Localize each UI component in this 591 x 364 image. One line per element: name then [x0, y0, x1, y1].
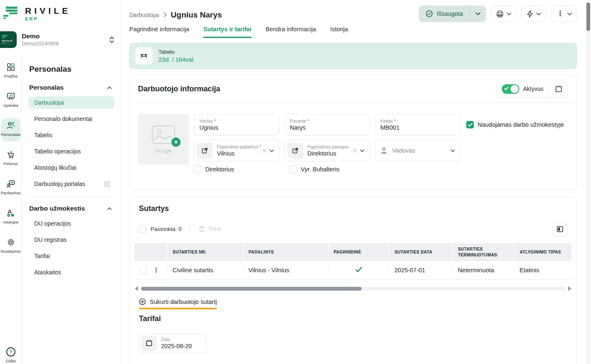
sidebar-item-tarifai[interactable]: Tarifai — [28, 250, 114, 262]
sidebar-item-ataskaitos[interactable]: Ataskaitos — [28, 266, 114, 279]
clear-icon[interactable] — [352, 148, 357, 153]
breadcrumb-parent[interactable]: Darbuotojai — [129, 12, 159, 18]
column-header-pagrindine[interactable]: PAGRINDINĖ — [328, 243, 389, 261]
lightning-icon — [526, 10, 533, 18]
table-row[interactable]: ⋮ Civilinė sutartis Vilnius - Vilnius 20… — [135, 261, 571, 280]
employee-card-title: Darbuotojo informacija — [138, 85, 220, 93]
tab-bendra-informacija[interactable]: Bendra informacija — [266, 26, 316, 38]
column-header-atlyginimo-tipas[interactable]: ATLYGINIMO TIPAS — [514, 243, 571, 261]
tariff-date-field[interactable]: Data 2025-08-20 — [139, 333, 206, 353]
employee-info-card: Darbuotojo informacija Aktyvus — [129, 75, 577, 190]
vyr-buhalteris-checkbox[interactable]: Vyr. Buhalteris — [289, 166, 340, 173]
active-toggle[interactable]: Aktyvus — [496, 84, 549, 94]
chevron-down-icon[interactable] — [360, 149, 365, 152]
sidebar-item-personalo-dokumentai[interactable]: Personalo dokumentai — [28, 113, 114, 125]
chevron-updown-icon[interactable] — [109, 36, 114, 43]
kodas-field[interactable]: Kodas * MB001 — [375, 114, 460, 136]
tab-istorija[interactable]: Istorija — [330, 26, 348, 38]
save-dropdown-button[interactable] — [470, 12, 486, 15]
menu-section-personalas[interactable]: Personalas — [28, 84, 114, 91]
tab-pagrindine-informacija[interactable]: Pagrindinė informacija — [129, 26, 189, 38]
horizontal-scrollbar[interactable] — [135, 286, 571, 291]
add-photo-button[interactable]: + — [171, 138, 181, 147]
cell-pagrindine — [328, 261, 389, 280]
scrollbar-thumb[interactable] — [586, 3, 590, 31]
contracts-toolbar: Pasirinkta: 0 Trinti — [130, 221, 576, 236]
rail-item-pradzia[interactable]: Pradžia — [0, 60, 22, 83]
checkbox-icon — [194, 166, 201, 173]
cell-sutarties-nr[interactable]: Civilinė sutartis — [167, 261, 243, 280]
column-header-padalinys[interactable]: PADALINYS — [243, 243, 328, 261]
vadovas-select[interactable]: Vadovas — [375, 140, 460, 161]
check-circle-icon — [425, 10, 433, 18]
contracts-card: Sutartys Pasirinkta: 0 Trinti — [129, 197, 577, 364]
rail-item-pardavimai[interactable]: Pardavimai — [0, 176, 22, 200]
padalinys-field[interactable]: Pagrindinis padalinys * Vilnius — [194, 140, 279, 161]
sidebar-item-tabelio-operacijos[interactable]: Tabelio operacijos — [28, 145, 114, 158]
cart-icon — [6, 150, 15, 159]
clear-icon[interactable] — [262, 148, 267, 153]
row-kebab-icon[interactable]: ⋮ — [153, 266, 159, 274]
employee-photo-placeholder[interactable]: Image + — [138, 114, 189, 165]
rail-item-gidas[interactable]: ? Gidas — [0, 346, 22, 363]
menu-section-darbo-uzmokestis[interactable]: Darbo užmokestis — [28, 205, 114, 212]
create-contract-button[interactable]: Sukurti darbuotojo sutartį — [139, 298, 217, 305]
column-header-sutarties-nr[interactable]: SUTARTIES NR. — [167, 243, 243, 261]
cell-terminuotumas: Neterminuota — [453, 261, 514, 280]
delete-button[interactable]: Trinti — [199, 226, 221, 233]
actions-button[interactable] — [521, 5, 546, 22]
brand-sub: ERP — [25, 16, 71, 21]
tabelis-banner[interactable]: Tabelis 23d. / 184val. — [129, 43, 577, 69]
pavarde-field[interactable]: Pavardė * Narys — [284, 114, 370, 136]
workspace-selector[interactable]: RIVILE ERP core Demo Demo20240906 — [0, 24, 120, 54]
calendar-button[interactable] — [549, 85, 568, 93]
external-link-icon[interactable] — [287, 143, 303, 158]
shapes-icon — [6, 208, 15, 218]
active-control-group: Aktyvus — [496, 80, 568, 98]
plus-circle-icon — [139, 298, 146, 305]
sidebar-item-du-operacijos[interactable]: DU operacijos — [28, 217, 114, 230]
table-icon — [135, 47, 153, 65]
rail-item-personalas[interactable]: Personalas — [0, 118, 22, 141]
chevron-down-icon[interactable] — [269, 149, 274, 152]
scroll-left-icon[interactable] — [135, 286, 138, 291]
sidebar: RIVILE ERP RIVILE ERP core Demo Demo2024… — [0, 0, 121, 364]
menu-title: Personalas — [29, 65, 114, 74]
vertical-scrollbar[interactable] — [586, 0, 590, 364]
sidebar-item-atostogu-likuciai[interactable]: Atostogų likučiai — [28, 161, 114, 174]
column-header-sutarties-data[interactable]: SUTARTIES DATA — [389, 243, 453, 261]
vardas-value: Ugnius — [199, 124, 274, 131]
sidebar-item-du-registras[interactable]: DU registras — [28, 233, 114, 246]
pareigos-field[interactable]: Pagrindinės pareigos Direktorius — [284, 140, 370, 161]
scrollbar-thumb[interactable] — [141, 287, 362, 291]
column-settings-button[interactable] — [552, 221, 567, 236]
calendar-icon[interactable] — [141, 336, 157, 351]
print-button[interactable] — [491, 5, 516, 22]
rail-item-nustatymai[interactable]: Nustatymai — [0, 235, 22, 258]
dashboard-icon — [6, 63, 15, 72]
cell-atlyginimo-tipas: Etatinis — [514, 261, 571, 280]
rail-item-atsargos[interactable]: Atsargos — [0, 206, 22, 229]
sidebar-item-darbuotojai[interactable]: Darbuotojai — [28, 96, 114, 109]
rail-item-apskaita[interactable]: Apskaita — [0, 89, 22, 112]
external-link-icon[interactable] — [197, 143, 213, 158]
tab-sutartys-ir-tarifai[interactable]: Sutartys ir tarifai — [203, 26, 251, 38]
tab-bar: Pagrindinė informacija Sutartys ir tarif… — [129, 26, 577, 38]
rail-item-pirkimai[interactable]: Pirkimai — [0, 147, 22, 171]
column-header-terminuotumas[interactable]: SUTARTIES TERMINUOTUMAS — [453, 243, 514, 261]
main-content: Darbuotojai Ugnius Narys Išsaugota — [121, 0, 591, 364]
sidebar-item-tabelis[interactable]: Tabelis — [28, 129, 114, 141]
naudojamas-checkbox[interactable]: Naudojamas darbo užmokestyje — [466, 121, 564, 128]
check-icon — [355, 267, 362, 274]
vardas-field[interactable]: Vardas * Ugnius — [194, 114, 279, 136]
breadcrumb: Darbuotojai Ugnius Narys — [129, 10, 222, 20]
contracts-table: SUTARTIES NR. PADALINYS PAGRINDINĖ SUTAR… — [135, 243, 571, 280]
scroll-right-icon[interactable] — [568, 286, 571, 291]
save-button[interactable]: Išsaugota — [419, 10, 470, 18]
select-all-checkbox[interactable] — [139, 225, 146, 233]
sidebar-item-darbuotoju-portalas[interactable]: Darbuotojų portalas — [28, 178, 114, 190]
more-menu-button[interactable]: ⋮ — [551, 5, 577, 22]
save-split-button: Išsaugota — [419, 5, 486, 22]
direktorius-checkbox[interactable]: Direktorius — [194, 166, 279, 173]
row-checkbox[interactable] — [140, 266, 147, 274]
